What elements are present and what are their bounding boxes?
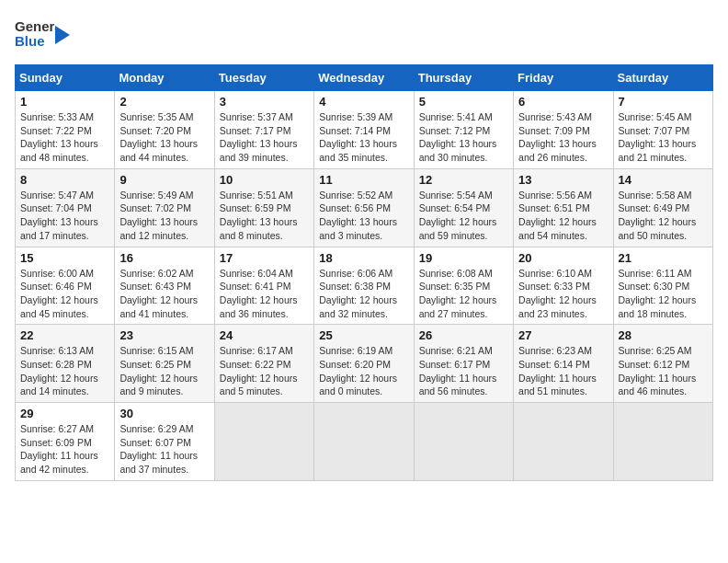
sunrise-label: Sunrise: 5:37 AM xyxy=(220,111,293,122)
calendar-header-row: SundayMondayTuesdayWednesdayThursdayFrid… xyxy=(16,65,713,91)
sunrise-label: Sunrise: 6:23 AM xyxy=(518,345,592,356)
daylight-label: Daylight: 13 hours and 30 minutes. xyxy=(419,138,497,163)
calendar-cell: 10 Sunrise: 5:51 AM Sunset: 6:59 PM Dayl… xyxy=(214,168,313,247)
calendar-cell: 9 Sunrise: 5:49 AM Sunset: 7:02 PM Dayli… xyxy=(115,168,214,247)
calendar-week-row: 22 Sunrise: 6:13 AM Sunset: 6:28 PM Dayl… xyxy=(16,325,713,403)
daylight-label: Daylight: 12 hours and 36 minutes. xyxy=(220,294,298,319)
day-number: 20 xyxy=(518,251,608,265)
page-header: General Blue xyxy=(15,15,713,55)
sunset-label: Sunset: 6:20 PM xyxy=(319,359,391,370)
sunset-label: Sunset: 7:17 PM xyxy=(220,125,291,136)
sunrise-label: Sunrise: 6:29 AM xyxy=(119,423,193,434)
day-info: Sunrise: 5:58 AM Sunset: 6:49 PM Dayligh… xyxy=(619,189,708,243)
logo-icon-wrap: General Blue xyxy=(15,15,55,55)
calendar-cell: 11 Sunrise: 5:52 AM Sunset: 6:56 PM Dayl… xyxy=(314,168,414,247)
sunset-label: Sunset: 6:38 PM xyxy=(319,281,391,292)
calendar-cell: 22 Sunrise: 6:13 AM Sunset: 6:28 PM Dayl… xyxy=(16,325,115,403)
sunset-label: Sunset: 7:02 PM xyxy=(119,202,191,213)
calendar-cell: 14 Sunrise: 5:58 AM Sunset: 6:49 PM Dayl… xyxy=(613,168,712,247)
day-info: Sunrise: 6:10 AM Sunset: 6:33 PM Dayligh… xyxy=(518,267,608,321)
day-number: 21 xyxy=(619,251,708,265)
sunset-label: Sunset: 6:51 PM xyxy=(518,202,590,213)
daylight-label: Daylight: 13 hours and 8 minutes. xyxy=(220,216,298,241)
sunrise-label: Sunrise: 6:27 AM xyxy=(20,423,94,434)
calendar-cell: 7 Sunrise: 5:45 AM Sunset: 7:07 PM Dayli… xyxy=(613,91,712,169)
daylight-label: Daylight: 12 hours and 0 minutes. xyxy=(319,373,397,397)
calendar-cell: 30 Sunrise: 6:29 AM Sunset: 6:07 PM Dayl… xyxy=(115,403,214,481)
day-info: Sunrise: 6:08 AM Sunset: 6:35 PM Dayligh… xyxy=(419,267,508,321)
sunrise-label: Sunrise: 6:17 AM xyxy=(220,345,293,356)
svg-text:Blue: Blue xyxy=(15,33,45,49)
daylight-label: Daylight: 12 hours and 5 minutes. xyxy=(220,373,298,397)
calendar-cell: 16 Sunrise: 6:02 AM Sunset: 6:43 PM Dayl… xyxy=(115,247,214,325)
day-number: 24 xyxy=(220,328,309,342)
calendar-cell: 1 Sunrise: 5:33 AM Sunset: 7:22 PM Dayli… xyxy=(16,91,115,169)
sunset-label: Sunset: 6:35 PM xyxy=(419,281,491,292)
calendar-cell: 13 Sunrise: 5:56 AM Sunset: 6:51 PM Dayl… xyxy=(514,168,613,247)
calendar-cell: 12 Sunrise: 5:54 AM Sunset: 6:54 PM Dayl… xyxy=(414,168,513,247)
day-number: 15 xyxy=(20,251,109,265)
sunrise-label: Sunrise: 5:58 AM xyxy=(619,190,692,201)
daylight-label: Daylight: 13 hours and 12 minutes. xyxy=(119,216,198,241)
day-info: Sunrise: 5:35 AM Sunset: 7:20 PM Dayligh… xyxy=(119,110,209,165)
day-info: Sunrise: 5:43 AM Sunset: 7:09 PM Dayligh… xyxy=(518,110,608,165)
day-number: 14 xyxy=(619,173,708,187)
day-info: Sunrise: 5:47 AM Sunset: 7:04 PM Dayligh… xyxy=(20,189,109,243)
sunrise-label: Sunrise: 5:39 AM xyxy=(319,111,392,122)
sunrise-label: Sunrise: 5:41 AM xyxy=(419,111,493,122)
day-number: 3 xyxy=(220,95,309,109)
sunset-label: Sunset: 7:20 PM xyxy=(119,125,191,136)
sunrise-label: Sunrise: 6:10 AM xyxy=(518,268,592,279)
day-number: 29 xyxy=(20,407,109,420)
logo-container: General Blue xyxy=(15,15,70,55)
day-info: Sunrise: 5:52 AM Sunset: 6:56 PM Dayligh… xyxy=(319,189,408,243)
sunrise-label: Sunrise: 6:02 AM xyxy=(119,268,193,279)
daylight-label: Daylight: 11 hours and 46 minutes. xyxy=(619,373,697,397)
calendar-cell: 15 Sunrise: 6:00 AM Sunset: 6:46 PM Dayl… xyxy=(16,247,115,325)
daylight-label: Daylight: 13 hours and 35 minutes. xyxy=(319,138,397,163)
daylight-label: Daylight: 12 hours and 50 minutes. xyxy=(619,216,697,241)
sunset-label: Sunset: 7:04 PM xyxy=(20,202,92,213)
calendar-cell xyxy=(214,403,313,481)
day-number: 9 xyxy=(119,173,209,187)
sunrise-label: Sunrise: 5:47 AM xyxy=(20,190,94,201)
calendar-cell xyxy=(613,403,712,481)
day-info: Sunrise: 5:49 AM Sunset: 7:02 PM Dayligh… xyxy=(119,189,209,243)
day-number: 10 xyxy=(220,173,309,187)
sunrise-label: Sunrise: 5:43 AM xyxy=(518,111,592,122)
sunrise-label: Sunrise: 5:56 AM xyxy=(518,190,592,201)
sunset-label: Sunset: 6:07 PM xyxy=(119,437,191,448)
day-info: Sunrise: 6:23 AM Sunset: 6:14 PM Dayligh… xyxy=(518,344,608,398)
day-info: Sunrise: 6:04 AM Sunset: 6:41 PM Dayligh… xyxy=(220,267,309,321)
svg-marker-2 xyxy=(55,26,70,44)
sunset-label: Sunset: 6:09 PM xyxy=(20,437,92,448)
day-info: Sunrise: 6:11 AM Sunset: 6:30 PM Dayligh… xyxy=(619,267,708,321)
daylight-label: Daylight: 12 hours and 41 minutes. xyxy=(119,294,198,319)
weekday-header-saturday: Saturday xyxy=(613,65,712,91)
svg-text:General: General xyxy=(15,18,55,34)
day-info: Sunrise: 6:27 AM Sunset: 6:09 PM Dayligh… xyxy=(20,422,109,477)
calendar-cell: 21 Sunrise: 6:11 AM Sunset: 6:30 PM Dayl… xyxy=(613,247,712,325)
calendar-cell: 28 Sunrise: 6:25 AM Sunset: 6:12 PM Dayl… xyxy=(613,325,712,403)
daylight-label: Daylight: 11 hours and 56 minutes. xyxy=(419,373,497,397)
calendar-cell xyxy=(314,403,414,481)
calendar-cell: 2 Sunrise: 5:35 AM Sunset: 7:20 PM Dayli… xyxy=(115,91,214,169)
weekday-header-sunday: Sunday xyxy=(16,65,115,91)
sunrise-label: Sunrise: 5:51 AM xyxy=(220,190,293,201)
calendar-cell: 18 Sunrise: 6:06 AM Sunset: 6:38 PM Dayl… xyxy=(314,247,414,325)
day-number: 25 xyxy=(319,328,408,342)
calendar-cell: 26 Sunrise: 6:21 AM Sunset: 6:17 PM Dayl… xyxy=(414,325,513,403)
sunrise-label: Sunrise: 5:52 AM xyxy=(319,190,392,201)
day-number: 11 xyxy=(319,173,408,187)
weekday-header-monday: Monday xyxy=(115,65,214,91)
weekday-header-thursday: Thursday xyxy=(414,65,513,91)
sunset-label: Sunset: 7:09 PM xyxy=(518,125,590,136)
day-info: Sunrise: 6:29 AM Sunset: 6:07 PM Dayligh… xyxy=(119,422,209,477)
calendar-week-row: 1 Sunrise: 5:33 AM Sunset: 7:22 PM Dayli… xyxy=(16,91,713,169)
calendar-cell: 6 Sunrise: 5:43 AM Sunset: 7:09 PM Dayli… xyxy=(514,91,613,169)
daylight-label: Daylight: 12 hours and 45 minutes. xyxy=(20,294,98,319)
daylight-label: Daylight: 12 hours and 27 minutes. xyxy=(419,294,497,319)
sunset-label: Sunset: 6:43 PM xyxy=(119,281,191,292)
calendar-cell: 19 Sunrise: 6:08 AM Sunset: 6:35 PM Dayl… xyxy=(414,247,513,325)
calendar-cell: 4 Sunrise: 5:39 AM Sunset: 7:14 PM Dayli… xyxy=(314,91,414,169)
